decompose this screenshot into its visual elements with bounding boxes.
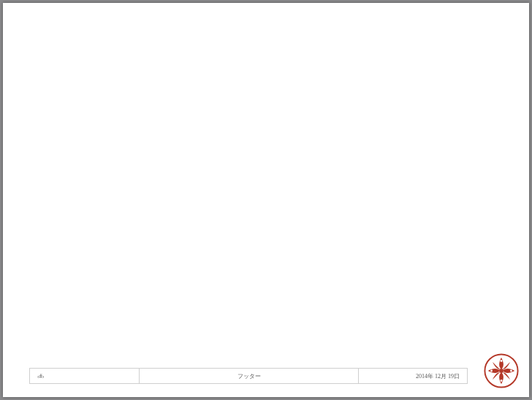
page-number-field[interactable]: ‹#› (29, 368, 139, 384)
footer-date-text: 2014年 12月 19日 (416, 372, 460, 380)
svg-point-4 (490, 370, 493, 372)
footer-text-field[interactable]: フッター (139, 368, 358, 384)
footer-center-label: フッター (238, 372, 261, 380)
svg-point-2 (501, 360, 503, 362)
page-number-placeholder: ‹#› (37, 373, 44, 380)
red-ornament-seal-icon (484, 353, 519, 388)
svg-point-5 (510, 370, 512, 372)
slide-canvas[interactable]: ‹#› フッター 2014年 12月 19日 (3, 3, 529, 397)
date-field[interactable]: 2014年 12月 19日 (358, 368, 468, 384)
footer-bar: ‹#› フッター 2014年 12月 19日 (29, 368, 468, 384)
svg-point-3 (501, 380, 503, 382)
